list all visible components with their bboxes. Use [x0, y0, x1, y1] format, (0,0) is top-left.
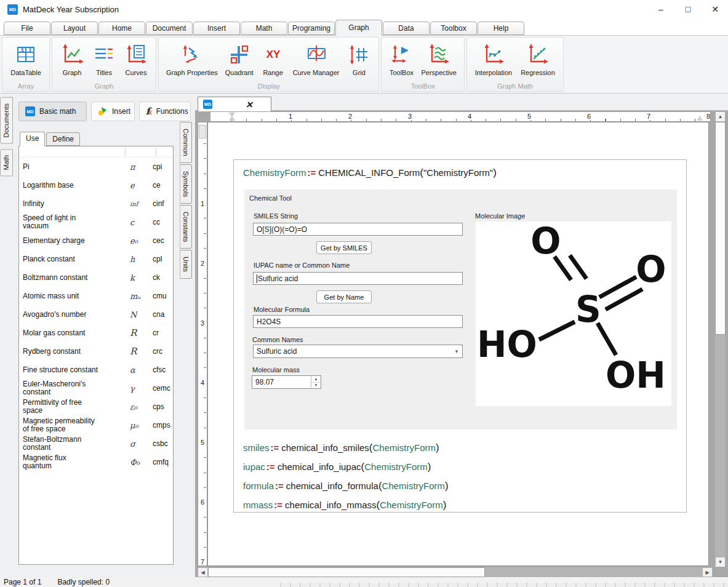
- tab-graph[interactable]: Graph: [335, 20, 382, 36]
- tab-use[interactable]: Use: [20, 132, 45, 146]
- maximize-button[interactable]: □: [684, 4, 692, 14]
- range-button[interactable]: XY Range: [257, 41, 289, 76]
- grid-icon: [346, 41, 371, 69]
- tab-data[interactable]: Data: [383, 22, 430, 35]
- smiles-input[interactable]: O[S](O)(=O)=O: [253, 223, 463, 236]
- list-item[interactable]: Rydberg constantRcrc: [19, 342, 173, 361]
- interpolation-button[interactable]: Interpolation: [471, 41, 516, 76]
- curves-button[interactable]: Curves: [120, 41, 152, 76]
- tab-units[interactable]: Units: [180, 250, 192, 279]
- scroll-down-icon[interactable]: ▼: [715, 557, 726, 567]
- list-item[interactable]: Speed of light in vacuumccc: [19, 213, 173, 231]
- list-item[interactable]: Molar gas constantRcr: [19, 324, 173, 342]
- list-item[interactable]: Magnetic permeability of free spaceμ₀cmp…: [19, 416, 173, 434]
- group-box-label: Chemical Tool: [249, 194, 292, 202]
- scroll-up-icon[interactable]: ▲: [715, 111, 726, 122]
- list-item[interactable]: Stefan-Boltzmann constantσcsbc: [19, 434, 173, 453]
- document-close-icon[interactable]: ✕: [246, 100, 253, 110]
- tab-layout[interactable]: Layout: [51, 22, 98, 35]
- tab-insert[interactable]: Insert: [193, 22, 240, 35]
- regression-button[interactable]: Regression: [516, 41, 559, 76]
- list-item[interactable]: Magnetic flux quantumΦ₀cmfq: [19, 453, 173, 471]
- atom-s: S: [575, 289, 601, 330]
- formula-label: Molecular Formula: [254, 306, 310, 313]
- list-item[interactable]: Logarithm baseece: [19, 176, 173, 194]
- tab-programing[interactable]: Programing: [288, 22, 335, 35]
- spin-down-icon[interactable]: ▼: [311, 383, 321, 389]
- graph-properties-button[interactable]: Graph Properties: [162, 41, 222, 76]
- datatable-button[interactable]: X Y DataTable: [6, 41, 46, 76]
- tab-help[interactable]: Help: [478, 22, 524, 35]
- tab-toolbox[interactable]: Toolbox: [430, 22, 477, 35]
- list-item[interactable]: Infinityinfcinf: [19, 194, 173, 213]
- molecular-mass-spinner[interactable]: 98.07 ▲▼: [252, 375, 321, 389]
- list-item[interactable]: Fine structure constantαcfsc: [19, 361, 173, 379]
- common-names-dropdown[interactable]: Sulfuric acid▼: [253, 345, 463, 358]
- list-item[interactable]: Boltzmann constantkck: [19, 268, 173, 287]
- list-item[interactable]: Elementary chargee₀cec: [19, 231, 173, 250]
- atom-o-top: O: [530, 222, 561, 262]
- list-item[interactable]: Piπcpi: [19, 158, 173, 176]
- tab-document[interactable]: Document: [146, 22, 193, 35]
- quadrant-button[interactable]: Quadrant: [222, 41, 257, 76]
- code-line-chemistryform[interactable]: ChemistryForm:=CHEMICAL_INFO_Form("Chemi…: [243, 167, 497, 179]
- tab-define[interactable]: Define: [46, 132, 80, 146]
- get-by-name-button[interactable]: Get by Name: [316, 290, 372, 303]
- titles-button[interactable]: Titles: [88, 41, 120, 76]
- insert-button[interactable]: Insert: [91, 102, 135, 121]
- list-item[interactable]: Permittivity of free spaceε₀cps: [19, 397, 173, 416]
- get-by-smiles-button[interactable]: Get by SMILES: [316, 241, 372, 254]
- perspective-button[interactable]: Perspective: [417, 41, 460, 76]
- list-item[interactable]: Euler-Mascheroni's constantγcemc: [19, 379, 173, 397]
- list-item[interactable]: Avogadro's numberNcna: [19, 305, 173, 324]
- category-tab-strip: Common Symbols Constants Units: [180, 122, 192, 279]
- basic-math-button[interactable]: MD Basic math: [18, 102, 87, 121]
- document-tab[interactable]: MD ✕: [198, 97, 271, 111]
- horizontal-scrollbar[interactable]: ◀ ▶: [198, 567, 713, 577]
- main-area: Documents Math MD Basic math Insert fx F…: [0, 94, 728, 577]
- graph-button[interactable]: Graph: [56, 41, 88, 76]
- tab-common[interactable]: Common: [180, 122, 192, 163]
- tab-home[interactable]: Home: [98, 22, 145, 35]
- list-item[interactable]: Atomic mass unitmᵤcmu: [19, 287, 173, 305]
- ribbon-group-label-toolbox: ToolBox: [382, 82, 463, 90]
- top-margin-marker[interactable]: [199, 125, 206, 138]
- list-item[interactable]: Planck constanthcpl: [19, 250, 173, 268]
- vertical-scrollbar-thumb[interactable]: [715, 122, 726, 335]
- sidebar-tab-documents[interactable]: Documents: [0, 97, 13, 144]
- sidebar-tab-math[interactable]: Math: [0, 149, 13, 176]
- tab-constants[interactable]: Constants: [180, 205, 192, 249]
- curve-manager-button[interactable]: Curve Manager: [289, 41, 343, 76]
- horizontal-scrollbar-thumb[interactable]: [208, 567, 485, 577]
- code-line-smiles[interactable]: smiles:=chemical_info_smiles(ChemistryFo…: [243, 438, 449, 457]
- code-line-formula[interactable]: formula:=chemical_info_formula(Chemistry…: [243, 476, 449, 495]
- app-logo-icon: MD: [7, 4, 18, 15]
- grid-button[interactable]: Grid: [343, 41, 375, 76]
- tab-math[interactable]: Math: [241, 22, 287, 35]
- side-tab-strip: Documents Math: [0, 97, 15, 176]
- document-page[interactable]: ChemistryForm:=CHEMICAL_INFO_Form("Chemi…: [207, 122, 709, 566]
- ribbon-group-label-graph-math: Graph Math: [467, 82, 563, 90]
- smiles-label: SMILES String: [254, 212, 298, 220]
- scroll-left-icon[interactable]: ◀: [198, 567, 208, 577]
- left-indent-marker[interactable]: [229, 116, 235, 121]
- minimize-button[interactable]: –: [657, 4, 665, 14]
- formula-input[interactable]: H2O4S: [253, 315, 463, 328]
- close-button[interactable]: ✕: [711, 4, 719, 14]
- iupac-input[interactable]: Sulfuric acid: [253, 272, 463, 285]
- code-line-iupac[interactable]: iupac:=chemical_info_iupac(ChemistryForm…: [243, 457, 449, 476]
- vertical-scrollbar[interactable]: ▲ ▼: [715, 111, 726, 567]
- toolbox-button[interactable]: ToolBox: [385, 41, 417, 76]
- partial-ruler-artifact: [280, 583, 728, 587]
- document-area: MD ✕ 12345678 1234567 ChemistryForm:=CHE…: [195, 94, 728, 577]
- tab-file[interactable]: File: [4, 22, 50, 35]
- scroll-right-icon[interactable]: ▶: [702, 567, 713, 577]
- use-define-tabs: Use Define: [20, 132, 81, 146]
- math-panel: MD Basic math Insert fx Functions Use De…: [15, 94, 195, 567]
- code-line-mmass[interactable]: mmass:=chemical_info_mmass(ChemistryForm…: [243, 495, 449, 514]
- right-margin-marker[interactable]: [697, 116, 703, 121]
- functions-button[interactable]: fx Functions: [139, 102, 191, 121]
- constants-list-header: [19, 146, 173, 158]
- tab-symbols[interactable]: Symbols: [180, 164, 192, 204]
- spin-up-icon[interactable]: ▲: [311, 376, 321, 383]
